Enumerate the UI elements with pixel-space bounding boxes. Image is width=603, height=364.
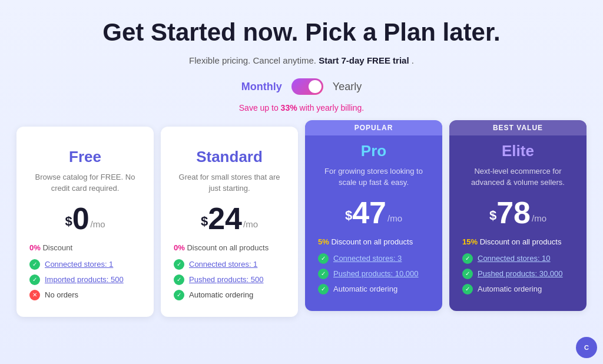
free-dollar: $ <box>65 214 72 229</box>
standard-price-row: $ 24 /mo <box>174 203 285 234</box>
free-desc: Browse catalog for FREE. No credit card … <box>29 172 141 193</box>
toggle-knob <box>309 80 322 93</box>
elite-discount-pct: 15% <box>462 237 478 246</box>
plan-card-elite: BEST VALUEEliteNext-level ecommerce for … <box>449 121 587 310</box>
check-icon: ✓ <box>174 290 184 300</box>
pro-feature-2: ✓ Automatic ordering <box>318 284 429 294</box>
elite-badge: BEST VALUE <box>449 120 587 135</box>
elite-amount: 78 <box>496 197 531 228</box>
standard-desc: Great for small stores that are just sta… <box>174 172 285 193</box>
standard-amount: 24 <box>208 203 242 234</box>
check-icon: ✓ <box>318 284 329 294</box>
billing-toggle-switch[interactable] <box>291 78 323 95</box>
subtitle-plain: Flexible pricing. Cancel anytime. <box>189 55 316 65</box>
standard-feature-link-0[interactable]: Connected stores: 1 <box>189 260 257 269</box>
standard-feature-link-1[interactable]: Pushed products: 500 <box>189 275 263 284</box>
yearly-label: Yearly <box>333 81 362 93</box>
elite-discount-text: Discount on all products <box>480 237 562 246</box>
check-icon: ✓ <box>462 284 473 294</box>
elite-feature-link-1[interactable]: Pushed products: 30,000 <box>478 269 563 278</box>
check-icon: ✓ <box>174 274 184 285</box>
free-discount-text: Discount <box>42 243 72 252</box>
pro-feature-link-1[interactable]: Pushed products: 10,000 <box>333 269 419 278</box>
pro-mo: /mo <box>387 213 402 223</box>
check-icon: ✓ <box>462 269 473 279</box>
subtitle-bold: Start 7-day FREE trial <box>319 55 409 65</box>
save-post: with yearly billing. <box>297 103 365 112</box>
standard-name: Standard <box>174 148 285 166</box>
cross-icon: ✕ <box>29 290 40 300</box>
pro-feature-1: ✓ Pushed products: 10,000 <box>318 269 429 279</box>
free-price-row: $ 0 /mo <box>29 203 141 234</box>
plan-card-free: FreeBrowse catalog for FREE. No credit c… <box>16 127 154 316</box>
plan-card-standard: StandardGreat for small stores that are … <box>161 127 298 316</box>
free-feature-2: ✕ No orders <box>29 290 141 300</box>
check-icon: ✓ <box>29 274 40 285</box>
standard-feature-2: ✓ Automatic ordering <box>174 290 285 300</box>
standard-discount-text: Discount on all products <box>187 243 269 252</box>
elite-feature-0: ✓ Connected stores: 10 <box>462 253 574 264</box>
pro-discount-pct: 5% <box>318 237 329 246</box>
standard-feature-0: ✓ Connected stores: 1 <box>174 259 285 270</box>
pro-feature-link-0[interactable]: Connected stores: 3 <box>333 254 402 263</box>
check-icon: ✓ <box>462 253 473 264</box>
standard-features: ✓ Connected stores: 1 ✓ Pushed products:… <box>174 259 285 300</box>
free-feature-text-2: No orders <box>45 290 78 299</box>
pro-badge: POPULAR <box>305 120 442 135</box>
check-icon: ✓ <box>174 259 184 270</box>
check-icon: ✓ <box>318 269 329 279</box>
save-pre: Save up to <box>239 103 281 112</box>
pro-discount: 5% Discount on all products <box>318 237 429 246</box>
pro-feature-text-2: Automatic ordering <box>333 284 397 293</box>
monthly-label: Monthly <box>241 81 282 93</box>
free-feature-link-1[interactable]: Imported products: 500 <box>45 275 124 284</box>
subtitle-end: . <box>412 55 414 65</box>
page-wrapper: Get Started now. Pick a Plan later. Flex… <box>0 0 603 364</box>
pro-features: ✓ Connected stores: 3 ✓ Pushed products:… <box>318 253 429 294</box>
plan-card-pro: POPULARProFor growing stores looking to … <box>305 121 442 310</box>
elite-features: ✓ Connected stores: 10 ✓ Pushed products… <box>462 253 574 294</box>
elite-feature-2: ✓ Automatic ordering <box>462 284 574 294</box>
standard-discount: 0% Discount on all products <box>174 243 285 252</box>
free-amount: 0 <box>72 203 90 234</box>
free-name: Free <box>29 148 141 166</box>
pro-discount-text: Discount on all products <box>331 237 413 246</box>
elite-price-row: $ 78 /mo <box>462 197 574 228</box>
elite-name: Elite <box>462 142 574 160</box>
plans-container: FreeBrowse catalog for FREE. No credit c… <box>13 127 590 316</box>
elite-desc: Next-level ecommerce for advanced & volu… <box>462 166 574 187</box>
pro-amount: 47 <box>352 197 386 228</box>
billing-toggle: Monthly Yearly <box>241 78 362 95</box>
free-discount: 0% Discount <box>29 243 141 252</box>
elite-feature-1: ✓ Pushed products: 30,000 <box>462 269 574 279</box>
standard-dollar: $ <box>201 214 208 229</box>
standard-feature-text-2: Automatic ordering <box>189 290 253 299</box>
check-icon: ✓ <box>29 259 40 270</box>
free-mo: /mo <box>91 219 105 229</box>
standard-discount-pct: 0% <box>174 243 185 252</box>
check-icon: ✓ <box>318 253 329 264</box>
free-feature-1: ✓ Imported products: 500 <box>29 274 141 285</box>
free-discount-pct: 0% <box>29 243 41 252</box>
pro-desc: For growing stores looking to scale up f… <box>318 166 429 187</box>
pro-dollar: $ <box>345 208 352 223</box>
standard-mo: /mo <box>243 219 258 229</box>
elite-discount: 15% Discount on all products <box>462 237 574 246</box>
save-pct: 33% <box>281 103 297 112</box>
free-feature-0: ✓ Connected stores: 1 <box>29 259 141 270</box>
save-text: Save up to 33% with yearly billing. <box>239 103 364 112</box>
pro-price-row: $ 47 /mo <box>318 197 429 228</box>
elite-feature-link-0[interactable]: Connected stores: 10 <box>478 254 551 263</box>
elite-mo: /mo <box>532 213 546 223</box>
free-features: ✓ Connected stores: 1 ✓ Imported product… <box>29 259 141 300</box>
free-feature-link-0[interactable]: Connected stores: 1 <box>45 260 113 269</box>
watermark-badge: C <box>576 337 597 358</box>
elite-dollar: $ <box>489 208 496 223</box>
pro-name: Pro <box>318 142 429 160</box>
elite-feature-text-2: Automatic ordering <box>478 284 542 293</box>
pro-feature-0: ✓ Connected stores: 3 <box>318 253 429 264</box>
subtitle: Flexible pricing. Cancel anytime. Start … <box>189 55 414 65</box>
standard-feature-1: ✓ Pushed products: 500 <box>174 274 285 285</box>
page-title: Get Started now. Pick a Plan later. <box>102 18 500 47</box>
